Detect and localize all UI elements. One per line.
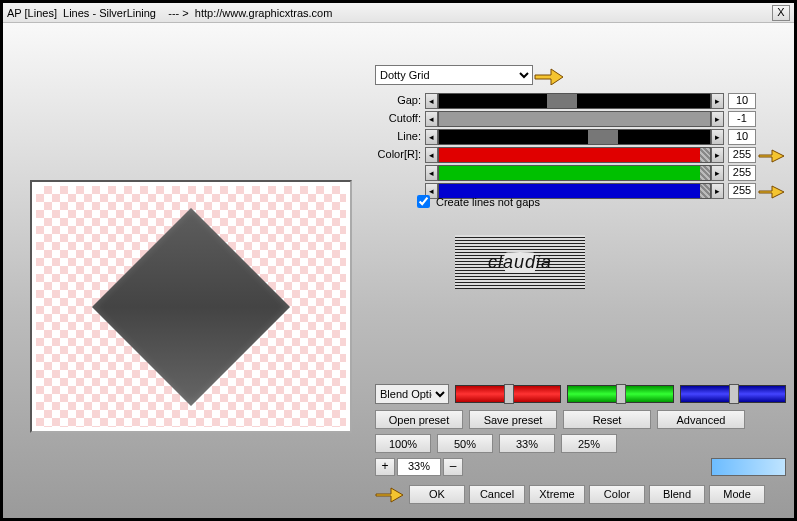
- preview-shape: [92, 208, 290, 406]
- cutoff-dec[interactable]: ◂: [425, 111, 438, 127]
- pointer-icon: [375, 484, 405, 504]
- blend-g-slider[interactable]: [567, 385, 673, 403]
- create-lines-label: Create lines not gaps: [436, 196, 540, 208]
- r-inc[interactable]: ▸: [711, 147, 724, 163]
- open-preset-button[interactable]: Open preset: [375, 410, 463, 429]
- mode-button[interactable]: Mode: [709, 485, 765, 504]
- cancel-button[interactable]: Cancel: [469, 485, 525, 504]
- g-value[interactable]: 255: [728, 165, 756, 181]
- cutoff-track[interactable]: [438, 111, 711, 127]
- zoom-in-button[interactable]: +: [375, 458, 395, 476]
- row-color-g: ◂ ▸ 255: [375, 165, 786, 181]
- blend-r-slider[interactable]: [455, 385, 561, 403]
- gap-value[interactable]: 10: [728, 93, 756, 109]
- blend-b-slider[interactable]: [680, 385, 786, 403]
- b-inc[interactable]: ▸: [711, 183, 724, 199]
- create-lines-checkbox[interactable]: [417, 195, 430, 208]
- pointer-icon: [758, 147, 786, 163]
- bottom-controls: Blend Optio Open preset Save preset Rese…: [375, 384, 786, 504]
- color-button[interactable]: Color: [589, 485, 645, 504]
- row-color-r: Color[R]: ◂ ▸ 255: [375, 147, 786, 163]
- cutoff-inc[interactable]: ▸: [711, 111, 724, 127]
- plugin-window: AP [Lines] Lines - SilverLining --- > ht…: [0, 0, 797, 521]
- row-gap: Gap: ◂ ▸ 10: [375, 93, 786, 109]
- row-cutoff: Cutoff: ◂ ▸ -1: [375, 111, 786, 127]
- zoom-value[interactable]: 33%: [397, 458, 441, 476]
- r-dec[interactable]: ◂: [425, 147, 438, 163]
- gap-track[interactable]: [438, 93, 711, 109]
- r-value[interactable]: 255: [728, 147, 756, 163]
- pointer-icon: [758, 183, 786, 199]
- vendor-logo: claudia: [455, 235, 585, 289]
- color-swatch[interactable]: [711, 458, 786, 476]
- g-inc[interactable]: ▸: [711, 165, 724, 181]
- line-inc[interactable]: ▸: [711, 129, 724, 145]
- pointer-icon: [533, 65, 567, 85]
- advanced-button[interactable]: Advanced: [657, 410, 745, 429]
- gap-dec[interactable]: ◂: [425, 93, 438, 109]
- line-dec[interactable]: ◂: [425, 129, 438, 145]
- preview-canvas: [36, 186, 346, 427]
- preview-frame: [30, 180, 352, 433]
- preset-dropdown[interactable]: Dotty Grid: [375, 65, 533, 85]
- blend-option-dropdown[interactable]: Blend Optio: [375, 384, 449, 404]
- client-area: Dotty Grid Gap: ◂ ▸ 10: [5, 25, 792, 516]
- xtreme-button[interactable]: Xtreme: [529, 485, 585, 504]
- zoom-50-button[interactable]: 50%: [437, 434, 493, 453]
- window-title: AP [Lines] Lines - SilverLining --- > ht…: [7, 7, 772, 19]
- b-value[interactable]: 255: [728, 183, 756, 199]
- line-track[interactable]: [438, 129, 711, 145]
- gap-inc[interactable]: ▸: [711, 93, 724, 109]
- row-line: Line: ◂ ▸ 10: [375, 129, 786, 145]
- close-button[interactable]: X: [772, 5, 790, 21]
- line-value[interactable]: 10: [728, 129, 756, 145]
- controls-panel: Dotty Grid Gap: ◂ ▸ 10: [375, 35, 786, 512]
- r-track[interactable]: [438, 147, 711, 163]
- zoom-33-button[interactable]: 33%: [499, 434, 555, 453]
- zoom-25-button[interactable]: 25%: [561, 434, 617, 453]
- ok-button[interactable]: OK: [409, 485, 465, 504]
- cutoff-value[interactable]: -1: [728, 111, 756, 127]
- zoom-100-button[interactable]: 100%: [375, 434, 431, 453]
- titlebar: AP [Lines] Lines - SilverLining --- > ht…: [3, 3, 794, 23]
- slider-block: Gap: ◂ ▸ 10 Cutoff: ◂ ▸: [375, 93, 786, 201]
- zoom-out-button[interactable]: –: [443, 458, 463, 476]
- reset-button[interactable]: Reset: [563, 410, 651, 429]
- g-track[interactable]: [438, 165, 711, 181]
- blend-button[interactable]: Blend: [649, 485, 705, 504]
- save-preset-button[interactable]: Save preset: [469, 410, 557, 429]
- g-dec[interactable]: ◂: [425, 165, 438, 181]
